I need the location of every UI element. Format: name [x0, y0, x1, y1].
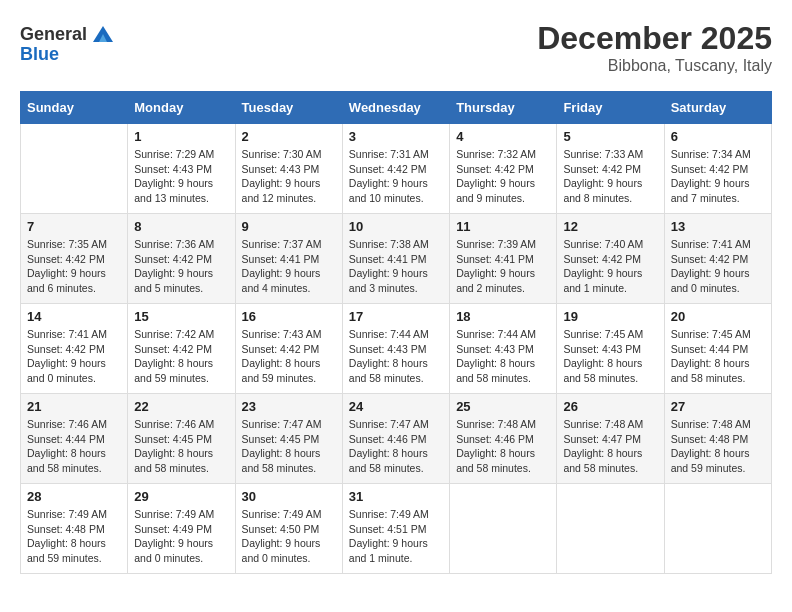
- calendar-cell: 6Sunrise: 7:34 AM Sunset: 4:42 PM Daylig…: [664, 124, 771, 214]
- day-number: 14: [27, 309, 121, 324]
- calendar-week-5: 28Sunrise: 7:49 AM Sunset: 4:48 PM Dayli…: [21, 484, 772, 574]
- calendar-cell: [557, 484, 664, 574]
- day-number: 18: [456, 309, 550, 324]
- day-number: 4: [456, 129, 550, 144]
- day-number: 11: [456, 219, 550, 234]
- day-info: Sunrise: 7:43 AM Sunset: 4:42 PM Dayligh…: [242, 327, 336, 386]
- calendar-cell: 29Sunrise: 7:49 AM Sunset: 4:49 PM Dayli…: [128, 484, 235, 574]
- header-saturday: Saturday: [664, 92, 771, 124]
- day-info: Sunrise: 7:42 AM Sunset: 4:42 PM Dayligh…: [134, 327, 228, 386]
- day-info: Sunrise: 7:39 AM Sunset: 4:41 PM Dayligh…: [456, 237, 550, 296]
- calendar-cell: 5Sunrise: 7:33 AM Sunset: 4:42 PM Daylig…: [557, 124, 664, 214]
- month-title: December 2025: [537, 20, 772, 57]
- day-info: Sunrise: 7:49 AM Sunset: 4:50 PM Dayligh…: [242, 507, 336, 566]
- logo-icon: [89, 20, 117, 48]
- day-info: Sunrise: 7:49 AM Sunset: 4:51 PM Dayligh…: [349, 507, 443, 566]
- header-tuesday: Tuesday: [235, 92, 342, 124]
- day-number: 26: [563, 399, 657, 414]
- calendar-cell: 9Sunrise: 7:37 AM Sunset: 4:41 PM Daylig…: [235, 214, 342, 304]
- day-number: 22: [134, 399, 228, 414]
- calendar-cell: [664, 484, 771, 574]
- day-info: Sunrise: 7:31 AM Sunset: 4:42 PM Dayligh…: [349, 147, 443, 206]
- day-info: Sunrise: 7:47 AM Sunset: 4:45 PM Dayligh…: [242, 417, 336, 476]
- header-friday: Friday: [557, 92, 664, 124]
- day-number: 10: [349, 219, 443, 234]
- calendar-header-row: SundayMondayTuesdayWednesdayThursdayFrid…: [21, 92, 772, 124]
- title-area: December 2025 Bibbona, Tuscany, Italy: [537, 20, 772, 75]
- day-info: Sunrise: 7:49 AM Sunset: 4:49 PM Dayligh…: [134, 507, 228, 566]
- day-info: Sunrise: 7:48 AM Sunset: 4:47 PM Dayligh…: [563, 417, 657, 476]
- day-number: 24: [349, 399, 443, 414]
- calendar-cell: 30Sunrise: 7:49 AM Sunset: 4:50 PM Dayli…: [235, 484, 342, 574]
- calendar-cell: 10Sunrise: 7:38 AM Sunset: 4:41 PM Dayli…: [342, 214, 449, 304]
- day-info: Sunrise: 7:49 AM Sunset: 4:48 PM Dayligh…: [27, 507, 121, 566]
- calendar-cell: 8Sunrise: 7:36 AM Sunset: 4:42 PM Daylig…: [128, 214, 235, 304]
- day-info: Sunrise: 7:44 AM Sunset: 4:43 PM Dayligh…: [456, 327, 550, 386]
- day-number: 29: [134, 489, 228, 504]
- day-number: 1: [134, 129, 228, 144]
- calendar-week-1: 1Sunrise: 7:29 AM Sunset: 4:43 PM Daylig…: [21, 124, 772, 214]
- calendar-cell: 2Sunrise: 7:30 AM Sunset: 4:43 PM Daylig…: [235, 124, 342, 214]
- calendar-week-2: 7Sunrise: 7:35 AM Sunset: 4:42 PM Daylig…: [21, 214, 772, 304]
- day-info: Sunrise: 7:36 AM Sunset: 4:42 PM Dayligh…: [134, 237, 228, 296]
- calendar-cell: 23Sunrise: 7:47 AM Sunset: 4:45 PM Dayli…: [235, 394, 342, 484]
- day-info: Sunrise: 7:37 AM Sunset: 4:41 PM Dayligh…: [242, 237, 336, 296]
- day-number: 21: [27, 399, 121, 414]
- day-info: Sunrise: 7:38 AM Sunset: 4:41 PM Dayligh…: [349, 237, 443, 296]
- calendar-cell: 3Sunrise: 7:31 AM Sunset: 4:42 PM Daylig…: [342, 124, 449, 214]
- calendar-cell: 17Sunrise: 7:44 AM Sunset: 4:43 PM Dayli…: [342, 304, 449, 394]
- calendar-cell: 28Sunrise: 7:49 AM Sunset: 4:48 PM Dayli…: [21, 484, 128, 574]
- day-number: 9: [242, 219, 336, 234]
- day-info: Sunrise: 7:46 AM Sunset: 4:44 PM Dayligh…: [27, 417, 121, 476]
- day-number: 15: [134, 309, 228, 324]
- day-info: Sunrise: 7:41 AM Sunset: 4:42 PM Dayligh…: [27, 327, 121, 386]
- day-number: 6: [671, 129, 765, 144]
- day-number: 5: [563, 129, 657, 144]
- calendar-cell: 13Sunrise: 7:41 AM Sunset: 4:42 PM Dayli…: [664, 214, 771, 304]
- day-info: Sunrise: 7:33 AM Sunset: 4:42 PM Dayligh…: [563, 147, 657, 206]
- calendar-cell: 7Sunrise: 7:35 AM Sunset: 4:42 PM Daylig…: [21, 214, 128, 304]
- logo-general: General: [20, 24, 87, 45]
- calendar-cell: 24Sunrise: 7:47 AM Sunset: 4:46 PM Dayli…: [342, 394, 449, 484]
- location: Bibbona, Tuscany, Italy: [537, 57, 772, 75]
- header-thursday: Thursday: [450, 92, 557, 124]
- calendar-cell: 11Sunrise: 7:39 AM Sunset: 4:41 PM Dayli…: [450, 214, 557, 304]
- calendar-cell: 22Sunrise: 7:46 AM Sunset: 4:45 PM Dayli…: [128, 394, 235, 484]
- day-info: Sunrise: 7:40 AM Sunset: 4:42 PM Dayligh…: [563, 237, 657, 296]
- calendar-cell: 14Sunrise: 7:41 AM Sunset: 4:42 PM Dayli…: [21, 304, 128, 394]
- header-monday: Monday: [128, 92, 235, 124]
- day-info: Sunrise: 7:46 AM Sunset: 4:45 PM Dayligh…: [134, 417, 228, 476]
- calendar-cell: 15Sunrise: 7:42 AM Sunset: 4:42 PM Dayli…: [128, 304, 235, 394]
- day-info: Sunrise: 7:34 AM Sunset: 4:42 PM Dayligh…: [671, 147, 765, 206]
- calendar-cell: 12Sunrise: 7:40 AM Sunset: 4:42 PM Dayli…: [557, 214, 664, 304]
- day-number: 7: [27, 219, 121, 234]
- day-number: 16: [242, 309, 336, 324]
- header-wednesday: Wednesday: [342, 92, 449, 124]
- day-number: 2: [242, 129, 336, 144]
- day-info: Sunrise: 7:48 AM Sunset: 4:46 PM Dayligh…: [456, 417, 550, 476]
- day-info: Sunrise: 7:29 AM Sunset: 4:43 PM Dayligh…: [134, 147, 228, 206]
- header-sunday: Sunday: [21, 92, 128, 124]
- calendar-cell: 20Sunrise: 7:45 AM Sunset: 4:44 PM Dayli…: [664, 304, 771, 394]
- calendar-cell: 21Sunrise: 7:46 AM Sunset: 4:44 PM Dayli…: [21, 394, 128, 484]
- day-number: 3: [349, 129, 443, 144]
- logo: General Blue: [20, 20, 117, 65]
- day-number: 19: [563, 309, 657, 324]
- logo-blue: Blue: [20, 44, 59, 65]
- day-info: Sunrise: 7:35 AM Sunset: 4:42 PM Dayligh…: [27, 237, 121, 296]
- calendar-week-3: 14Sunrise: 7:41 AM Sunset: 4:42 PM Dayli…: [21, 304, 772, 394]
- day-number: 13: [671, 219, 765, 234]
- day-info: Sunrise: 7:45 AM Sunset: 4:43 PM Dayligh…: [563, 327, 657, 386]
- calendar-cell: [21, 124, 128, 214]
- day-info: Sunrise: 7:41 AM Sunset: 4:42 PM Dayligh…: [671, 237, 765, 296]
- day-number: 8: [134, 219, 228, 234]
- day-number: 30: [242, 489, 336, 504]
- day-number: 12: [563, 219, 657, 234]
- day-info: Sunrise: 7:48 AM Sunset: 4:48 PM Dayligh…: [671, 417, 765, 476]
- day-info: Sunrise: 7:32 AM Sunset: 4:42 PM Dayligh…: [456, 147, 550, 206]
- day-number: 20: [671, 309, 765, 324]
- calendar-table: SundayMondayTuesdayWednesdayThursdayFrid…: [20, 91, 772, 574]
- day-number: 17: [349, 309, 443, 324]
- day-info: Sunrise: 7:47 AM Sunset: 4:46 PM Dayligh…: [349, 417, 443, 476]
- calendar-week-4: 21Sunrise: 7:46 AM Sunset: 4:44 PM Dayli…: [21, 394, 772, 484]
